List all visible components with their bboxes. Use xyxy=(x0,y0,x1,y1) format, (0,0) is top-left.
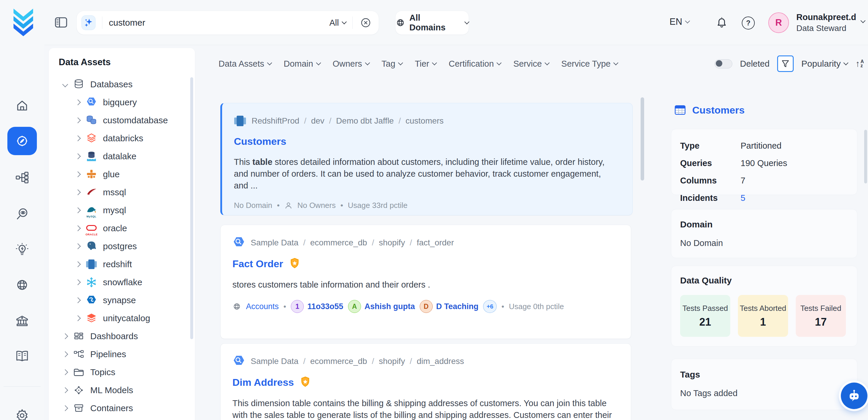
domains-icon[interactable] xyxy=(14,277,30,293)
preview-title-link[interactable]: Customers xyxy=(692,104,745,116)
glossary-icon[interactable] xyxy=(14,348,30,365)
breadcrumb-schema[interactable]: Demo dbt Jaffle xyxy=(336,116,394,126)
chevron-right-icon[interactable] xyxy=(75,153,81,159)
tree-item-snowflake[interactable]: snowflake xyxy=(49,273,195,291)
governance-icon[interactable] xyxy=(14,313,30,329)
chevron-down-icon[interactable] xyxy=(62,82,68,87)
domain-link[interactable]: Accounts xyxy=(246,302,279,311)
notifications-bell-icon[interactable] xyxy=(715,16,728,29)
user-menu-caret-icon[interactable] xyxy=(861,18,866,23)
tree-item-mssql[interactable]: mssql xyxy=(49,183,195,201)
clear-search-icon[interactable] xyxy=(360,17,372,29)
tree-item-containers[interactable]: Containers xyxy=(49,399,195,417)
breadcrumb-table[interactable]: fact_order xyxy=(417,238,454,247)
filter-tag[interactable]: Tag xyxy=(382,59,403,69)
tree-item-datalake[interactable]: datalake xyxy=(49,147,195,165)
breadcrumb-database[interactable]: ecommerce_db xyxy=(310,357,367,366)
search-scope-dropdown[interactable]: All xyxy=(330,18,346,28)
tree-item-topics[interactable]: Topics xyxy=(49,363,195,381)
sort-by-dropdown[interactable]: Popularity xyxy=(801,59,848,69)
owner-name[interactable]: Ashish gupta xyxy=(365,302,415,311)
sort-order-icon[interactable]: ↑ Az xyxy=(855,59,864,68)
incidents-link[interactable]: 5 xyxy=(741,193,745,203)
tree-item-postgres[interactable]: postgres xyxy=(49,237,195,255)
filter-certification[interactable]: Certification xyxy=(448,59,501,69)
lineage-icon[interactable] xyxy=(14,169,30,186)
owner-chip[interactable]: D D Teaching xyxy=(420,300,479,313)
breadcrumb-database[interactable]: ecommerce_db xyxy=(310,238,367,247)
breadcrumb-service[interactable]: RedshiftProd xyxy=(252,116,299,126)
breadcrumb-schema[interactable]: shopify xyxy=(379,357,405,366)
language-dropdown[interactable]: EN xyxy=(670,17,689,27)
asset-title-link[interactable]: Dim Address xyxy=(232,377,294,388)
deleted-toggle[interactable] xyxy=(715,59,732,68)
tree-item-unitycatalog[interactable]: unitycatalog xyxy=(49,309,195,327)
filter-domain[interactable]: Domain xyxy=(284,59,320,69)
chevron-right-icon[interactable] xyxy=(75,315,81,321)
chevron-right-icon[interactable] xyxy=(75,117,81,123)
tree-item-databricks[interactable]: databricks xyxy=(49,129,195,147)
chevron-right-icon[interactable] xyxy=(75,225,81,231)
chevron-right-icon[interactable] xyxy=(75,243,81,249)
home-icon[interactable] xyxy=(14,97,30,114)
breadcrumb-database[interactable]: dev xyxy=(311,116,324,126)
tree-item-databases[interactable]: Databases xyxy=(49,75,195,93)
chevron-right-icon[interactable] xyxy=(62,369,68,375)
asset-title-link[interactable]: Customers xyxy=(234,136,286,147)
settings-gear-icon[interactable] xyxy=(14,407,30,420)
breadcrumb-schema[interactable]: shopify xyxy=(379,238,405,247)
tree-item-redshift[interactable]: redshift xyxy=(49,255,195,273)
chevron-right-icon[interactable] xyxy=(62,405,68,411)
search-input[interactable]: customer xyxy=(109,18,145,28)
chevron-right-icon[interactable] xyxy=(62,333,68,339)
app-logo[interactable] xyxy=(11,8,35,37)
chevron-right-icon[interactable] xyxy=(75,171,81,177)
owner-chip[interactable]: A Ashish gupta xyxy=(348,300,415,313)
explore-tab-active[interactable] xyxy=(7,127,37,155)
chevron-right-icon[interactable] xyxy=(75,297,81,303)
observability-icon[interactable] xyxy=(14,206,30,222)
tree-item-ml-models[interactable]: ML Models xyxy=(49,381,195,399)
global-search-bar[interactable]: customer All xyxy=(76,11,379,35)
filter-service-type[interactable]: Service Type xyxy=(561,59,618,69)
breadcrumb-service[interactable]: Sample Data xyxy=(251,357,299,366)
chevron-right-icon[interactable] xyxy=(75,207,81,213)
tree-item-synapse[interactable]: synapse xyxy=(49,291,195,309)
result-card-customers[interactable]: RedshiftProd/ dev/ Demo dbt Jaffle/ cust… xyxy=(220,103,633,215)
chevron-right-icon[interactable] xyxy=(75,136,81,141)
tree-item-pipelines[interactable]: Pipelines xyxy=(49,345,195,363)
breadcrumb-table[interactable]: customers xyxy=(406,116,443,126)
tree-item-oracle[interactable]: ORACLE oracle xyxy=(49,219,195,237)
result-card-fact-order[interactable]: Sample Data/ ecommerce_db/ shopify/ fact… xyxy=(220,225,631,339)
user-avatar[interactable]: R xyxy=(768,12,789,33)
page-scrollbar[interactable] xyxy=(864,130,867,183)
asset-title-link[interactable]: Fact Order xyxy=(232,258,283,270)
tree-scrollbar[interactable] xyxy=(190,77,193,339)
chevron-right-icon[interactable] xyxy=(62,387,68,393)
owner-name[interactable]: D Teaching xyxy=(436,302,479,311)
result-card-dim-address[interactable]: Sample Data/ ecommerce_db/ shopify/ dim_… xyxy=(220,343,631,420)
filter-service[interactable]: Service xyxy=(513,59,549,69)
help-icon[interactable]: ? xyxy=(742,17,755,30)
chevron-right-icon[interactable] xyxy=(75,99,81,105)
chevron-right-icon[interactable] xyxy=(75,261,81,267)
tree-item-mysql[interactable]: MySQL mysql xyxy=(49,201,195,219)
tree-item-glue[interactable]: glue xyxy=(49,165,195,183)
advanced-filter-button[interactable] xyxy=(777,55,794,72)
domains-filter-pill[interactable]: All Domains xyxy=(395,11,469,35)
filter-data-assets[interactable]: Data Assets xyxy=(219,59,271,69)
insights-icon[interactable] xyxy=(14,241,30,258)
results-scrollbar[interactable] xyxy=(641,97,644,181)
chevron-right-icon[interactable] xyxy=(62,351,68,357)
filter-owners[interactable]: Owners xyxy=(333,59,369,69)
assistant-chat-button[interactable] xyxy=(841,383,867,409)
tree-item-dashboards[interactable]: Dashboards xyxy=(49,327,195,345)
tree-item-bigquery[interactable]: bigquery xyxy=(49,93,195,111)
breadcrumb-service[interactable]: Sample Data xyxy=(251,238,299,247)
chevron-right-icon[interactable] xyxy=(75,189,81,195)
filter-tier[interactable]: Tier xyxy=(415,59,436,69)
owner-name[interactable]: 11o33o55 xyxy=(307,302,343,311)
tree-item-customdatabase[interactable]: customdatabase xyxy=(49,111,195,129)
owner-chip[interactable]: 1 11o33o55 xyxy=(291,300,343,313)
sidebar-collapse-icon[interactable] xyxy=(55,16,67,29)
